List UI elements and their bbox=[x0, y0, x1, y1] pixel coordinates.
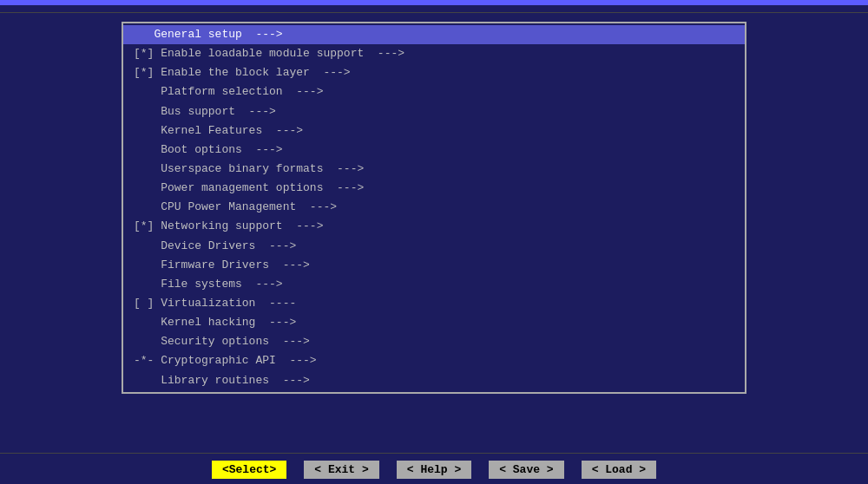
menu-item-library-routines[interactable]: Library routines ---> bbox=[123, 371, 745, 390]
menu-item-power-management[interactable]: Power management options ---> bbox=[123, 179, 745, 198]
menu-item-file-systems[interactable]: File systems ---> bbox=[123, 275, 745, 294]
menu-item-security-options[interactable]: Security options ---> bbox=[123, 332, 745, 351]
menu-item-kernel-hacking[interactable]: Kernel hacking ---> bbox=[123, 313, 745, 332]
menu-item-firmware-drivers[interactable]: Firmware Drivers ---> bbox=[123, 256, 745, 275]
menu-item-platform-selection[interactable]: Platform selection ---> bbox=[123, 82, 745, 101]
menu-item-virtualization[interactable]: [ ] Virtualization ---- bbox=[123, 294, 745, 313]
menu-item-block-layer[interactable]: [*] Enable the block layer ---> bbox=[123, 63, 745, 82]
menu-item-cryptographic-api[interactable]: -*- Cryptographic API ---> bbox=[123, 351, 745, 370]
help-btn[interactable]: < Help > bbox=[397, 461, 471, 479]
terminal: General setup --->[*] Enable loadable mo… bbox=[0, 0, 868, 484]
menu-item-cpu-power[interactable]: CPU Power Management ---> bbox=[123, 198, 745, 217]
menu-item-boot-options[interactable]: Boot options ---> bbox=[123, 141, 745, 160]
menu-item-kernel-features[interactable]: Kernel Features ---> bbox=[123, 121, 745, 141]
menu-item-userspace-binary[interactable]: Userspace binary formats ---> bbox=[123, 160, 745, 179]
load-btn[interactable]: < Load > bbox=[582, 461, 656, 479]
menu-item-general-setup[interactable]: General setup ---> bbox=[123, 25, 745, 44]
exit-btn[interactable]: < Exit > bbox=[304, 461, 378, 479]
menu-item-bus-support[interactable]: Bus support ---> bbox=[123, 102, 745, 121]
save-btn[interactable]: < Save > bbox=[489, 461, 563, 479]
bottom-bar: <Select>< Exit >< Help >< Save >< Load > bbox=[0, 453, 868, 484]
menu-item-device-drivers[interactable]: Device Drivers ---> bbox=[123, 237, 745, 256]
select-btn[interactable]: <Select> bbox=[212, 461, 286, 479]
menu-item-networking-support[interactable]: [*] Networking support ---> bbox=[123, 217, 745, 236]
main-content: General setup --->[*] Enable loadable mo… bbox=[0, 13, 868, 453]
help-text bbox=[0, 5, 868, 13]
menu-item-loadable-module[interactable]: [*] Enable loadable module support ---> bbox=[123, 44, 745, 63]
menu-box: General setup --->[*] Enable loadable mo… bbox=[122, 22, 746, 394]
